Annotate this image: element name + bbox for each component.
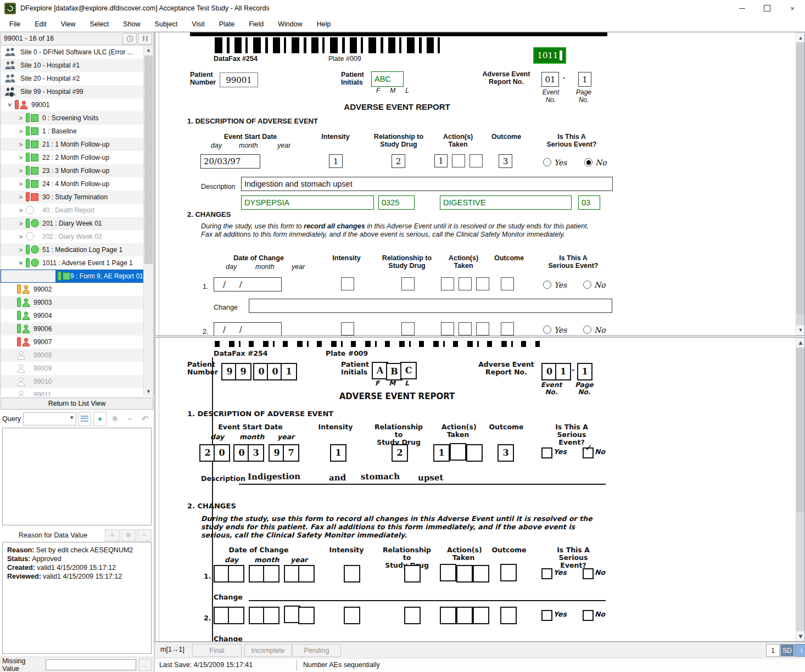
reason-delete-button[interactable]: − <box>137 529 152 541</box>
tree-item[interactable]: >99001 <box>1 98 153 111</box>
tree-item[interactable]: >22 : 2 Month Follow-up <box>1 151 153 164</box>
event-date-field[interactable]: 20/03/97 <box>200 154 260 169</box>
tree-expander-icon[interactable]: > <box>16 207 26 214</box>
query-edit-button[interactable]: ✳ <box>109 412 121 426</box>
serious-yes-radio[interactable] <box>543 158 551 166</box>
change1-yes-radio[interactable] <box>543 281 551 289</box>
change2-intensity-field[interactable] <box>341 322 354 335</box>
change2-no-radio[interactable] <box>583 326 591 334</box>
tree-expander-icon[interactable]: > <box>16 167 26 174</box>
menu-view[interactable]: View <box>54 20 83 28</box>
change2-yes-radio[interactable] <box>543 326 551 334</box>
tree-expander-icon[interactable]: > <box>16 141 26 148</box>
tree-item[interactable]: 99003 <box>1 296 153 309</box>
final-button[interactable]: Final <box>192 644 242 657</box>
scroll-up-icon[interactable]: ▲ <box>796 338 805 348</box>
maximize-button[interactable] <box>754 0 780 16</box>
plate-number-field[interactable]: 1011 <box>533 47 566 64</box>
tree-item[interactable]: >30 : Study Termination <box>1 191 153 204</box>
sd-button[interactable]: SD <box>780 644 794 657</box>
tree-expander-icon[interactable]: > <box>16 128 26 135</box>
change1-relationship-field[interactable] <box>401 277 415 290</box>
query-undo-icon[interactable]: ↶ <box>139 412 152 426</box>
intensity-field[interactable]: 1 <box>329 154 343 168</box>
tree-item[interactable]: >202 : Diary Week 02 <box>1 230 153 243</box>
code-system-field[interactable]: DIGESTIVE <box>440 195 572 210</box>
fax-scrollbar[interactable]: ▲ ▼ <box>796 338 804 642</box>
change1-action3-field[interactable] <box>476 277 489 290</box>
menu-subject[interactable]: Subject <box>148 20 185 28</box>
scrollbar-thumb[interactable] <box>796 348 804 512</box>
tree-expander-icon[interactable]: > <box>18 258 24 268</box>
change1-no-radio[interactable] <box>583 281 591 289</box>
query-text-area[interactable] <box>2 428 152 525</box>
tree-item[interactable]: >21 : 1 Month Follow-up <box>1 138 153 151</box>
menu-select[interactable]: Select <box>83 20 116 28</box>
tree-item[interactable]: Site 20 - Hospital #2 <box>1 72 153 85</box>
scroll-down-icon[interactable]: ▼ <box>144 387 153 396</box>
code-system-no-field[interactable]: 03 <box>578 195 600 210</box>
query-select[interactable] <box>23 412 76 425</box>
pause-icon[interactable] <box>138 33 152 44</box>
page-one-button[interactable]: 1 <box>766 644 780 657</box>
tree-item[interactable]: >23 : 3 Month Follow-up <box>1 164 153 177</box>
tree-expander-icon[interactable]: > <box>7 100 13 110</box>
change2-action1-field[interactable] <box>441 322 454 335</box>
menu-show[interactable]: Show <box>116 20 147 28</box>
info-button[interactable]: i <box>795 644 805 657</box>
tree-item[interactable]: >0 : Screening Visits <box>1 111 153 125</box>
query-add-button[interactable]: + <box>93 412 106 426</box>
tree-item[interactable]: >51 : Medication Log Page 1 <box>1 243 153 256</box>
change2-relationship-field[interactable] <box>401 322 415 335</box>
scroll-up-icon[interactable]: ▲ <box>796 32 805 43</box>
query-list-icon[interactable] <box>79 412 91 426</box>
change2-action2-field[interactable] <box>459 322 472 335</box>
tree-item[interactable]: 99004 <box>1 309 153 322</box>
query-delete-button[interactable]: − <box>124 412 136 426</box>
tree-item[interactable]: 9 : Form 9, AE Report 011 <box>1 270 153 283</box>
tree-expander-icon[interactable]: > <box>16 247 26 253</box>
tree-item[interactable]: >1 : Baseline <box>1 125 153 138</box>
menu-window[interactable]: Window <box>271 20 309 28</box>
change1-outcome-field[interactable] <box>501 277 514 290</box>
return-to-list-view-button[interactable]: Return to List View <box>1 397 153 410</box>
menu-file[interactable]: File <box>2 20 27 28</box>
scroll-up-icon[interactable]: ▲ <box>144 46 153 55</box>
tree-item[interactable]: 99007 <box>1 335 153 349</box>
menu-edit[interactable]: Edit <box>27 20 54 28</box>
change1-text-field[interactable] <box>249 299 612 313</box>
tree-item[interactable]: >40 : Death Report <box>1 204 153 217</box>
tree-item[interactable]: >201 : Diary Week 01 <box>1 217 153 230</box>
serious-no-radio[interactable] <box>584 158 592 166</box>
outcome-field[interactable]: 3 <box>499 154 512 168</box>
tree-expander-icon[interactable]: > <box>16 194 26 200</box>
minimize-button[interactable] <box>729 0 754 16</box>
pending-button[interactable]: Pending <box>292 644 341 657</box>
tree-item[interactable]: 99008 <box>1 349 153 362</box>
action1-field[interactable]: 1 <box>434 154 448 167</box>
menu-plate[interactable]: Plate <box>212 20 242 28</box>
menu-help[interactable]: Help <box>310 20 338 28</box>
relationship-field[interactable]: 2 <box>392 154 405 168</box>
tree-item[interactable]: 99009 <box>1 362 153 375</box>
missing-value-input[interactable] <box>46 659 136 670</box>
tree-expander-icon[interactable]: > <box>16 233 26 240</box>
change1-action2-field[interactable] <box>459 277 472 290</box>
tree-scrollbar[interactable]: ▲ ▼ <box>143 46 153 396</box>
action3-field[interactable] <box>469 154 483 167</box>
change1-action1-field[interactable] <box>441 277 454 290</box>
ae-page-no-field[interactable]: 1 <box>578 72 591 87</box>
change2-date-field[interactable]: / / <box>214 322 282 336</box>
tree-expander-icon[interactable]: > <box>16 154 26 161</box>
patient-number-field[interactable]: 99001 <box>220 72 258 87</box>
tree-expander-icon[interactable]: > <box>16 115 26 121</box>
scroll-down-icon[interactable]: ▼ <box>796 631 805 641</box>
clock-icon[interactable] <box>122 33 137 44</box>
change2-action3-field[interactable] <box>476 322 489 335</box>
action2-field[interactable] <box>452 154 465 167</box>
incomplete-button[interactable]: Incomplete <box>244 644 292 657</box>
scrollbar-thumb[interactable] <box>144 55 153 264</box>
crf-scrollbar[interactable]: ▲ ▼ <box>796 32 804 335</box>
tree-item[interactable]: >24 : 4 Month Follow-up <box>1 177 153 191</box>
tree-item[interactable]: 99010 <box>1 375 153 388</box>
